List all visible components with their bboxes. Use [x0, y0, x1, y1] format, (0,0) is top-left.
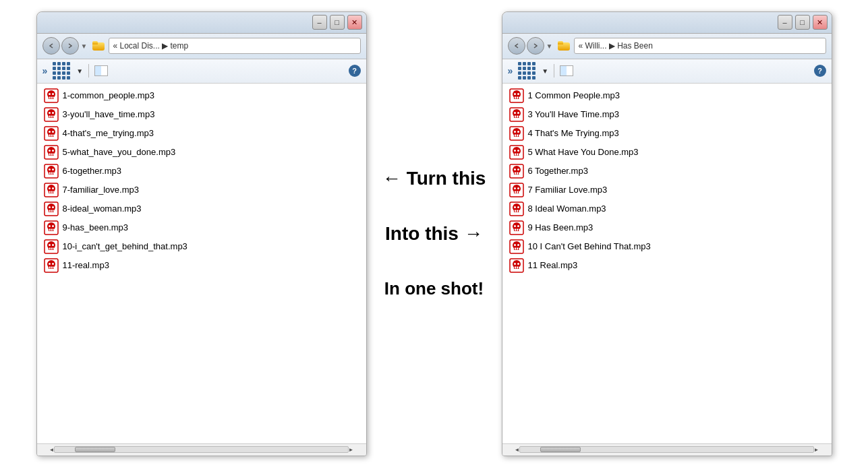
mp3-icon	[44, 107, 59, 122]
minimize-button-left[interactable]: –	[312, 15, 327, 30]
list-item[interactable]: 11 Real.mp3	[504, 256, 830, 275]
svg-rect-111	[519, 153, 519, 155]
scrollbar-thumb-right[interactable]	[540, 447, 581, 452]
list-item[interactable]: 5 What Have You Done.mp3	[504, 143, 830, 162]
mp3-icon	[44, 145, 59, 160]
toolbar-chevron-right: »	[508, 65, 513, 76]
svg-rect-143	[519, 228, 519, 230]
list-item[interactable]: 6 Together.mp3	[504, 162, 830, 181]
svg-point-122	[514, 187, 516, 189]
file-list-area-right: 1 Common People.mp33 You'll Have Time.mp…	[502, 84, 832, 443]
forward-button-left[interactable]	[61, 37, 79, 55]
view-options-icon-left[interactable]	[53, 62, 71, 80]
middle-section: ← Turn this Into this → In one shot!	[367, 154, 502, 313]
view-dropdown-left[interactable]: ▼	[76, 67, 83, 75]
svg-rect-46	[51, 191, 53, 193]
svg-rect-142	[517, 228, 518, 230]
scroll-left-arrow[interactable]: ◄	[49, 447, 55, 453]
list-item[interactable]: 9 Has Been.mp3	[504, 218, 830, 237]
list-item[interactable]: 10-i_can't_get_behind_that.mp3	[38, 237, 365, 256]
file-list-right: 1 Common People.mp33 You'll Have Time.mp…	[502, 84, 832, 443]
svg-rect-150	[517, 247, 518, 249]
view-dropdown-right[interactable]: ▼	[542, 67, 548, 75]
file-name: 5 What Have You Done.mp3	[528, 147, 639, 157]
scroll-right-arrow[interactable]: ►	[349, 447, 354, 453]
svg-rect-93	[515, 115, 516, 117]
folder-icon-right	[558, 41, 570, 51]
list-item[interactable]: 5-what_have_you_done.mp3	[38, 143, 365, 162]
svg-rect-47	[53, 191, 54, 193]
pane-icon-right[interactable]	[560, 65, 573, 76]
mp3-icon	[44, 220, 59, 235]
view-options-icon-right[interactable]	[518, 62, 536, 80]
back-button-left[interactable]	[42, 37, 60, 55]
pane-icon-left[interactable]	[94, 65, 108, 76]
title-bar-left: – □ ✕	[37, 12, 366, 34]
minimize-button-right[interactable]: –	[778, 15, 792, 30]
svg-point-114	[514, 168, 516, 170]
toolbar-right: » ▼ ?	[502, 59, 832, 84]
svg-point-138	[514, 225, 516, 227]
svg-point-59	[52, 225, 54, 227]
svg-rect-126	[517, 191, 518, 193]
scrollbar-thumb-left[interactable]	[75, 447, 115, 452]
mp3-icon	[509, 220, 524, 235]
svg-rect-79	[53, 266, 54, 268]
nav-dropdown-left[interactable]: ▼	[80, 42, 88, 50]
help-button-right[interactable]: ?	[814, 65, 826, 77]
mp3-icon	[44, 164, 59, 179]
list-item[interactable]: 7-familiar_love.mp3	[38, 181, 365, 199]
list-item[interactable]: 8-ideal_woman.mp3	[38, 199, 365, 218]
scrollbar-track-right[interactable]	[519, 446, 813, 453]
svg-point-27	[52, 150, 54, 152]
scroll-right-arrow-right[interactable]: ►	[814, 447, 819, 453]
list-item[interactable]: 6-together.mp3	[38, 162, 365, 181]
help-button-left[interactable]: ?	[349, 65, 361, 77]
svg-rect-38	[51, 172, 53, 174]
svg-point-154	[514, 263, 516, 265]
svg-rect-78	[51, 266, 53, 268]
address-bar-left: ▼ « Local Dis... ▶ temp	[37, 34, 366, 59]
list-item[interactable]: 9-has_been.mp3	[38, 218, 365, 237]
svg-point-66	[49, 244, 51, 246]
svg-rect-157	[515, 266, 516, 268]
list-item[interactable]: 11-real.mp3	[38, 256, 365, 275]
maximize-button-right[interactable]: □	[795, 15, 810, 30]
list-item[interactable]: 7 Familiar Love.mp3	[504, 181, 830, 199]
svg-rect-54	[51, 210, 53, 212]
file-name: 8 Ideal Woman.mp3	[528, 204, 606, 214]
close-button-left[interactable]: ✕	[347, 15, 362, 30]
mp3-icon	[44, 201, 59, 216]
maximize-button-left[interactable]: □	[330, 15, 345, 30]
list-item[interactable]: 1-common_people.mp3	[38, 86, 365, 105]
svg-rect-21	[49, 134, 51, 136]
scroll-left-arrow-right[interactable]: ◄	[515, 447, 520, 453]
list-item[interactable]: 1 Common People.mp3	[504, 86, 830, 105]
left-explorer-window: – □ ✕ ▼ « Local Dis... ▶ temp »	[36, 11, 367, 456]
svg-rect-22	[51, 134, 53, 136]
into-this-label: Into this →	[385, 223, 483, 245]
svg-rect-53	[49, 210, 51, 212]
svg-point-42	[49, 187, 51, 189]
scrollbar-right[interactable]: ◄ ►	[502, 443, 832, 456]
scrollbar-left[interactable]: ◄ ►	[37, 443, 366, 456]
svg-rect-55	[53, 210, 54, 212]
close-button-right[interactable]: ✕	[813, 15, 828, 30]
list-item[interactable]: 8 Ideal Woman.mp3	[504, 199, 830, 218]
scrollbar-track-left[interactable]	[54, 446, 348, 453]
back-button-right[interactable]	[508, 37, 525, 55]
toolbar-divider-left	[88, 64, 89, 77]
list-item[interactable]: 10 I Can't Get Behind That.mp3	[504, 237, 830, 256]
file-name: 8-ideal_woman.mp3	[63, 204, 142, 214]
forward-button-right[interactable]	[527, 37, 544, 55]
list-item[interactable]: 4 That's Me Trying.mp3	[504, 124, 830, 143]
nav-dropdown-right[interactable]: ▼	[546, 42, 554, 50]
list-item[interactable]: 4-that's_me_trying.mp3	[38, 124, 365, 143]
svg-rect-141	[515, 228, 516, 230]
mp3-icon	[44, 88, 59, 103]
svg-point-82	[514, 93, 516, 95]
file-name: 6 Together.mp3	[528, 166, 588, 176]
mp3-icon	[509, 183, 524, 197]
list-item[interactable]: 3 You'll Have Time.mp3	[504, 105, 830, 124]
list-item[interactable]: 3-you'll_have_time.mp3	[38, 105, 365, 124]
